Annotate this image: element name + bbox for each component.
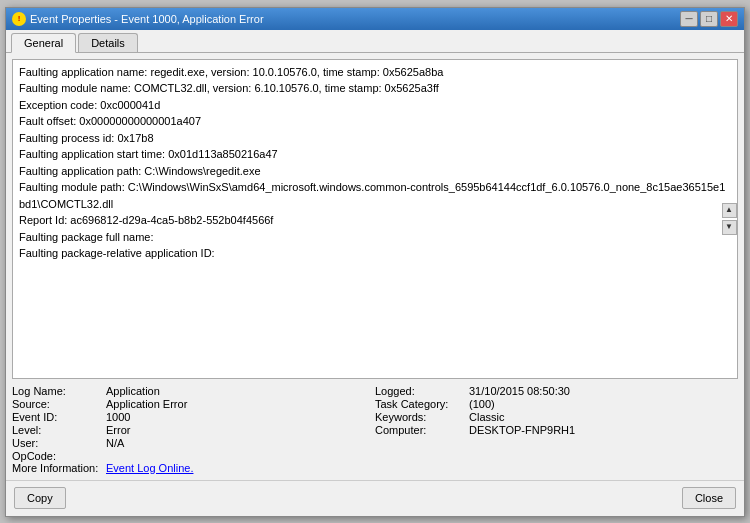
info-grid: Log Name:ApplicationSource:Application E… <box>12 385 738 474</box>
info-row: Task Category:(100) <box>375 398 738 410</box>
event-text-line: Exception code: 0xc000041d <box>19 97 729 114</box>
info-row: OpCode: <box>12 450 375 462</box>
window-icon: ! <box>12 12 26 26</box>
event-text-line: Faulting process id: 0x17b8 <box>19 130 729 147</box>
tab-details[interactable]: Details <box>78 33 138 52</box>
info-value: N/A <box>106 437 124 449</box>
info-value: Classic <box>469 411 504 423</box>
title-bar-buttons: ─ □ ✕ <box>680 11 738 27</box>
info-value: Application Error <box>106 398 187 410</box>
info-label: Source: <box>12 398 102 410</box>
content-area: Faulting application name: regedit.exe, … <box>6 53 744 480</box>
info-value: 1000 <box>106 411 130 423</box>
info-label: OpCode: <box>12 450 102 462</box>
event-text-line: Faulting package-relative application ID… <box>19 245 729 262</box>
info-row: Logged:31/10/2015 08:50:30 <box>375 385 738 397</box>
event-text-content: Faulting application name: regedit.exe, … <box>19 64 729 374</box>
info-row: Computer:DESKTOP-FNP9RH1 <box>375 424 738 436</box>
info-row: Event ID:1000 <box>12 411 375 423</box>
copy-button[interactable]: Copy <box>14 487 66 509</box>
info-right: Logged:31/10/2015 08:50:30Task Category:… <box>375 385 738 462</box>
event-text-line: Faulting application path: C:\Windows\re… <box>19 163 729 180</box>
info-label: Log Name: <box>12 385 102 397</box>
info-value: Error <box>106 424 130 436</box>
info-value: (100) <box>469 398 495 410</box>
title-bar-text: ! Event Properties - Event 1000, Applica… <box>12 12 264 26</box>
event-text-line: Fault offset: 0x00000000000001a407 <box>19 113 729 130</box>
info-left: Log Name:ApplicationSource:Application E… <box>12 385 375 462</box>
info-value: DESKTOP-FNP9RH1 <box>469 424 575 436</box>
close-button[interactable]: Close <box>682 487 736 509</box>
event-text-line: Faulting module path: C:\Windows\WinSxS\… <box>19 179 729 212</box>
window-title: Event Properties - Event 1000, Applicati… <box>30 13 264 25</box>
close-window-button[interactable]: ✕ <box>720 11 738 27</box>
info-row: Level:Error <box>12 424 375 436</box>
info-row: Keywords:Classic <box>375 411 738 423</box>
info-row: User:N/A <box>12 437 375 449</box>
more-info-link[interactable]: Event Log Online. <box>106 462 193 474</box>
event-properties-window: ! Event Properties - Event 1000, Applica… <box>5 7 745 517</box>
title-bar: ! Event Properties - Event 1000, Applica… <box>6 8 744 30</box>
info-value: Application <box>106 385 160 397</box>
info-label: Computer: <box>375 424 465 436</box>
event-text-line: Faulting application name: regedit.exe, … <box>19 64 729 81</box>
scroll-up-button[interactable]: ▲ <box>722 203 737 218</box>
tab-bar: General Details <box>6 30 744 53</box>
info-label: Level: <box>12 424 102 436</box>
more-info-row: More Information: Event Log Online. <box>12 462 738 474</box>
maximize-button[interactable]: □ <box>700 11 718 27</box>
event-text-box[interactable]: Faulting application name: regedit.exe, … <box>12 59 738 379</box>
info-row: Log Name:Application <box>12 385 375 397</box>
info-value: 31/10/2015 08:50:30 <box>469 385 570 397</box>
minimize-button[interactable]: ─ <box>680 11 698 27</box>
info-label: Logged: <box>375 385 465 397</box>
info-label: Event ID: <box>12 411 102 423</box>
event-text-line: Faulting application start time: 0x01d11… <box>19 146 729 163</box>
event-text-line: Report Id: ac696812-d29a-4ca5-b8b2-552b0… <box>19 212 729 229</box>
info-label: Task Category: <box>375 398 465 410</box>
info-label: User: <box>12 437 102 449</box>
info-row: Source:Application Error <box>12 398 375 410</box>
tab-general[interactable]: General <box>11 33 76 53</box>
bottom-bar: Copy Close <box>6 480 744 516</box>
more-info-label: More Information: <box>12 462 102 474</box>
scroll-down-button[interactable]: ▼ <box>722 220 737 235</box>
event-text-line: Faulting package full name: <box>19 229 729 246</box>
scroll-buttons: ▲ ▼ <box>721 60 737 378</box>
event-text-line: Faulting module name: COMCTL32.dll, vers… <box>19 80 729 97</box>
info-label: Keywords: <box>375 411 465 423</box>
